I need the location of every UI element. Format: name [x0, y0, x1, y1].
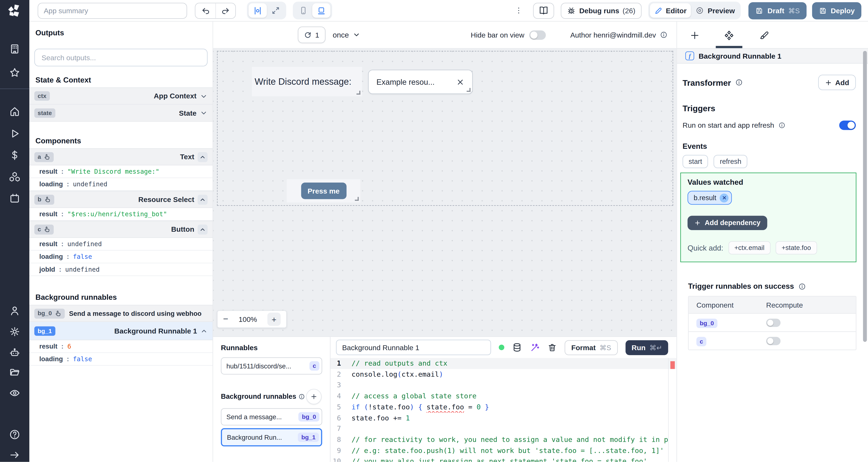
info-icon[interactable] — [778, 122, 785, 129]
c-badge[interactable]: c — [696, 336, 707, 346]
undo-button[interactable] — [195, 3, 215, 18]
audit-eye-icon[interactable] — [9, 387, 21, 399]
button-component[interactable]: Press me — [287, 179, 360, 203]
cache-database-icon[interactable] — [512, 342, 522, 352]
info-icon[interactable] — [799, 282, 806, 290]
favorites-icon[interactable] — [9, 67, 21, 78]
collapse-b-button[interactable] — [198, 194, 208, 204]
zoom-out-button[interactable]: − — [223, 314, 228, 324]
chevron-down-icon[interactable] — [200, 92, 208, 100]
workers-robot-icon[interactable] — [9, 347, 21, 358]
info-icon[interactable] — [735, 78, 743, 86]
code-line[interactable]: 1// read outputs and ctx — [331, 358, 677, 369]
collapse-arrow-icon[interactable] — [9, 449, 21, 461]
code-line[interactable]: 8// for reactivity to work, you need to … — [331, 434, 677, 445]
component-row-a[interactable]: a Text — [29, 148, 213, 165]
runnable-item-hub[interactable]: hub/1511/discord/se... c — [221, 357, 322, 374]
recompute-toggle-bg0[interactable] — [766, 319, 781, 327]
tab-styling[interactable] — [758, 29, 771, 41]
zoom-in-button[interactable]: + — [268, 312, 281, 326]
component-row-b[interactable]: b Resource Select — [29, 191, 213, 208]
run-mode-dropdown[interactable]: once — [333, 31, 361, 39]
code-line[interactable]: 3 — [331, 380, 677, 391]
run-button[interactable]: Run⌘↵ — [625, 340, 668, 355]
code-line[interactable]: 4// access a global state store — [331, 391, 677, 401]
center-align-button[interactable] — [249, 3, 267, 18]
add-dependency-button[interactable]: Add dependency — [688, 216, 767, 230]
ai-wand-icon[interactable] — [530, 342, 540, 352]
docs-button[interactable] — [533, 2, 554, 19]
expand-layout-button[interactable] — [267, 3, 284, 18]
search-outputs-input[interactable] — [34, 48, 208, 66]
users-icon[interactable] — [9, 305, 21, 317]
code-line[interactable]: 7 — [331, 423, 677, 434]
runnable-item-bg0[interactable]: Send a message... bg_0 — [221, 408, 322, 425]
tab-settings-active[interactable] — [723, 29, 735, 41]
code-line[interactable]: 2console.log(ctx.email) — [331, 369, 677, 380]
scrollbar-thumb[interactable] — [863, 51, 867, 342]
press-me-button[interactable]: Press me — [301, 183, 346, 199]
resource-select-component[interactable]: Example resou... — [368, 70, 473, 94]
windmill-logo-icon[interactable] — [6, 3, 23, 20]
remove-dependency-icon[interactable] — [720, 193, 728, 202]
code-line[interactable]: 9// e.g: state.foo.push(1) will not work… — [331, 445, 677, 456]
help-icon[interactable] — [9, 429, 21, 440]
folders-icon[interactable] — [9, 367, 21, 378]
collapse-c-button[interactable] — [198, 224, 208, 234]
component-c-badge[interactable]: c — [34, 224, 54, 234]
bg1-badge[interactable]: bg_1 — [34, 326, 55, 335]
clear-select-icon[interactable] — [456, 78, 464, 86]
info-icon[interactable] — [660, 31, 668, 39]
quick-add-state-foo[interactable]: +state.foo — [776, 241, 817, 254]
draft-button[interactable]: Draft⌘S — [749, 2, 806, 19]
component-b-badge[interactable]: b — [34, 194, 54, 204]
code-editor[interactable]: 1// read outputs and ctx2console.log(ctx… — [331, 358, 677, 462]
recompute-toggle-c[interactable] — [766, 336, 781, 345]
chevron-down-icon[interactable] — [200, 109, 208, 117]
more-menu-button[interactable] — [515, 6, 528, 15]
format-button[interactable]: Format⌘S — [565, 340, 618, 355]
text-component[interactable]: Write Discord message: — [252, 67, 362, 96]
schedules-icon[interactable] — [9, 193, 21, 204]
workspace-icon[interactable] — [9, 43, 21, 55]
code-line[interactable]: 5if (!state.foo) { state.foo = 0 } — [331, 402, 677, 412]
component-row-c[interactable]: c Button — [29, 221, 213, 238]
variables-icon[interactable] — [9, 150, 21, 161]
resources-icon[interactable] — [9, 171, 21, 183]
runnable-item-bg1-selected[interactable]: Background Run... bg_1 — [221, 428, 322, 446]
settings-gear-icon[interactable] — [9, 326, 21, 337]
tab-preview[interactable]: Preview — [691, 3, 739, 18]
quick-add-ctx-email[interactable]: +ctx.email — [728, 241, 770, 254]
add-background-runnable-button[interactable] — [306, 389, 322, 404]
event-chip-start[interactable]: start — [683, 155, 708, 168]
code-line[interactable]: 10// you may also just reassign as next … — [331, 456, 677, 462]
deploy-button[interactable]: Deploy — [812, 2, 861, 19]
desktop-view-button[interactable] — [312, 3, 331, 18]
code-line[interactable]: 6state.foo += 1 — [331, 412, 677, 423]
component-a-badge[interactable]: a — [34, 152, 54, 162]
app-canvas[interactable]: Write Discord message: Example resou... … — [213, 48, 677, 336]
add-transformer-button[interactable]: Add — [818, 75, 856, 90]
info-icon[interactable] — [299, 393, 305, 400]
resize-handle[interactable] — [356, 91, 360, 95]
redo-button[interactable] — [215, 3, 235, 18]
tab-editor[interactable]: Editor — [650, 3, 691, 18]
app-summary-input[interactable] — [38, 2, 187, 19]
delete-trash-icon[interactable] — [548, 343, 557, 352]
collapse-a-button[interactable] — [198, 152, 208, 162]
background-row-bg1[interactable]: bg_1 Background Runnable 1 — [29, 322, 213, 340]
home-icon[interactable] — [9, 106, 21, 117]
runs-icon[interactable] — [9, 128, 21, 139]
hide-bar-toggle[interactable] — [529, 30, 546, 39]
resize-handle[interactable] — [467, 88, 471, 92]
event-chip-refresh[interactable]: refresh — [714, 155, 747, 168]
output-row-state[interactable]: state State — [29, 105, 213, 122]
background-row-bg0[interactable]: bg_0 Send a message to discord using web… — [29, 305, 213, 322]
bg0-badge[interactable]: bg_0 — [34, 308, 65, 319]
watched-value-chip[interactable]: b.result — [688, 191, 732, 205]
mobile-view-button[interactable] — [294, 3, 312, 18]
selected-runnable-header[interactable]: f Background Runnable 1 — [677, 48, 868, 63]
output-row-ctx[interactable]: ctx App Context — [29, 87, 213, 104]
resize-handle[interactable] — [355, 197, 359, 201]
run-on-start-toggle[interactable] — [839, 121, 856, 130]
